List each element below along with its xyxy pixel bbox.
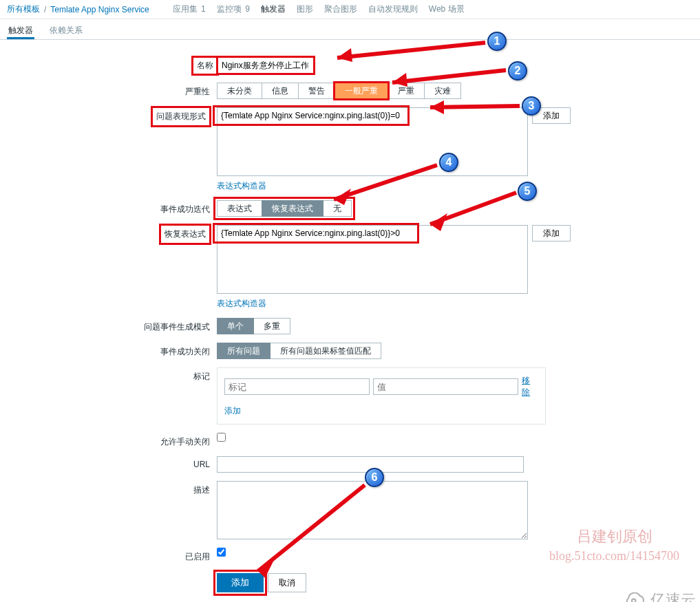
submit-add-button[interactable]: 添加	[217, 573, 264, 592]
annotation-badge-6: 6	[365, 468, 384, 487]
label-manual-close: 允许手动关闭	[7, 433, 217, 448]
severity-group: 未分类 信息 警告 一般严重 严重 灾难	[217, 83, 461, 99]
label-enabled: 已启用	[7, 548, 217, 563]
sub-tabs: 触发器 依赖关系	[0, 19, 700, 40]
annotation-badge-3: 3	[522, 96, 541, 116]
tag-remove-link[interactable]: 移除	[522, 375, 538, 398]
ok-closes-group: 所有问题 所有问题如果标签值匹配	[217, 343, 381, 359]
ok-event-expr[interactable]: 表达式	[217, 200, 262, 217]
recovery-expr-field[interactable]	[217, 225, 528, 294]
description-field[interactable]	[217, 481, 528, 539]
label-problem-mode: 问题事件生成模式	[7, 318, 217, 333]
name-field[interactable]	[218, 57, 314, 74]
expr-builder-link-1[interactable]: 表达式构造器	[217, 180, 528, 192]
manual-close-checkbox[interactable]	[217, 433, 226, 442]
sev-average[interactable]: 一般严重	[335, 83, 388, 99]
tags-container: 移除 添加	[217, 367, 546, 424]
label-tags: 标记	[7, 367, 217, 383]
ok-closes-tag[interactable]: 所有问题如果标签值匹配	[270, 343, 381, 359]
annotation-badge-1: 1	[487, 32, 507, 51]
breadcrumb: 所有模板 / Temlate App Nginx Service 应用集 1 监…	[0, 0, 700, 19]
problem-expr-field[interactable]	[217, 107, 528, 176]
ok-event-group: 表达式 恢复表达式 无	[217, 200, 352, 217]
sev-warning[interactable]: 警告	[298, 83, 335, 99]
tag-name-field[interactable]	[224, 378, 370, 395]
label-problem-expr: 问题表现形式	[152, 107, 210, 126]
nav-apps[interactable]: 应用集 1	[173, 3, 206, 15]
label-severity: 严重性	[7, 83, 217, 98]
problem-mode-single[interactable]: 单个	[217, 318, 254, 334]
nav-items[interactable]: 监控项 9	[217, 3, 250, 15]
nav-web[interactable]: Web 场景	[429, 3, 465, 15]
label-description: 描述	[7, 481, 217, 496]
label-name: 名称	[193, 57, 218, 74]
ok-closes-all[interactable]: 所有问题	[217, 343, 271, 359]
tag-value-field[interactable]	[373, 378, 518, 395]
tag-add-link[interactable]: 添加	[224, 406, 241, 416]
label-ok-event-gen: 事件成功迭代	[7, 200, 217, 215]
sev-unclassified[interactable]: 未分类	[217, 83, 262, 99]
nav-discovery[interactable]: 自动发现规则	[368, 3, 418, 15]
ok-event-none[interactable]: 无	[323, 200, 352, 217]
form: 名称 严重性 未分类 信息 警告 一般严重 严重 灾难 问题表现形式 表达式构造…	[0, 40, 700, 602]
sev-disaster[interactable]: 灾难	[424, 83, 461, 99]
sev-info[interactable]: 信息	[262, 83, 299, 99]
label-ok-closes: 事件成功关闭	[7, 343, 217, 358]
nav-triggers[interactable]: 触发器	[261, 3, 286, 15]
enabled-checkbox[interactable]	[217, 548, 226, 557]
label-recovery-expr: 恢复表达式	[160, 225, 210, 244]
annotation-badge-5: 5	[518, 182, 537, 201]
breadcrumb-template[interactable]: Temlate App Nginx Service	[50, 5, 149, 14]
breadcrumb-sep: /	[44, 5, 46, 14]
cancel-button[interactable]: 取消	[268, 573, 306, 592]
problem-mode-multiple[interactable]: 多重	[253, 318, 290, 334]
tab-dependency[interactable]: 依赖关系	[48, 19, 84, 39]
sev-high[interactable]: 严重	[388, 83, 425, 99]
tab-trigger[interactable]: 触发器	[7, 19, 34, 39]
nav-graphs[interactable]: 图形	[297, 3, 313, 15]
add-expr-btn-2[interactable]: 添加	[532, 225, 571, 241]
annotation-badge-2: 2	[508, 61, 527, 80]
annotation-badge-4: 4	[439, 153, 458, 172]
problem-mode-group: 单个 多重	[217, 318, 290, 334]
label-url: URL	[7, 456, 217, 469]
ok-event-recovery[interactable]: 恢复表达式	[262, 200, 324, 217]
expr-builder-link-2[interactable]: 表达式构造器	[217, 298, 528, 310]
breadcrumb-all-templates[interactable]: 所有模板	[7, 3, 40, 15]
nav-screens[interactable]: 聚合图形	[324, 3, 357, 15]
